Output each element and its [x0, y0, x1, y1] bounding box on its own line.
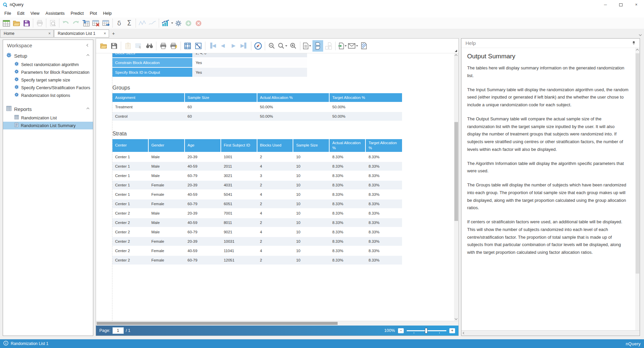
zoom-slider-thumb[interactable] [425, 328, 428, 334]
line-plot-icon[interactable] [137, 18, 147, 28]
scrollbar-thumb[interactable] [97, 322, 338, 325]
vertical-scrollbar[interactable] [454, 53, 458, 321]
sigma-icon[interactable]: Σ [124, 18, 134, 28]
toolbar-expander-icon[interactable] [455, 50, 457, 52]
quick-print-icon[interactable] [168, 40, 179, 52]
undo-icon[interactable] [61, 18, 71, 28]
scroll-down-icon[interactable] [455, 317, 457, 320]
help-paragraphs: The tables here will display summary inf… [467, 64, 629, 256]
close-button[interactable]: × [629, 0, 644, 9]
open-icon[interactable] [11, 18, 21, 28]
last-page-icon[interactable]: ▶▌ [239, 40, 250, 52]
zoom-icon[interactable] [277, 40, 288, 52]
page-number-input[interactable] [112, 327, 124, 334]
clipboard-help-icon[interactable]: ? [122, 40, 133, 52]
table-cell: 2 [257, 218, 294, 227]
chevron-up-icon[interactable] [87, 108, 89, 110]
cancel-icon[interactable] [193, 18, 203, 28]
select-content-icon[interactable] [133, 40, 144, 52]
toolbar-separator [265, 42, 265, 50]
send-email-icon[interactable] [348, 40, 358, 52]
menu-help[interactable]: Help [100, 9, 115, 17]
new-tab-button[interactable]: + [109, 30, 118, 38]
print-icon[interactable] [35, 18, 45, 28]
zoom-out-icon[interactable] [266, 40, 277, 52]
save-icon[interactable] [21, 18, 32, 28]
tab-list-dropdown-icon[interactable] [639, 33, 642, 36]
export-document-icon[interactable] [337, 40, 348, 52]
sidebar-item-2[interactable]: Specify target sample size [3, 76, 93, 84]
multipage-view-icon[interactable] [323, 40, 334, 52]
setup-section-header[interactable]: Setup [3, 51, 93, 61]
table-row: Center 2Female40-59110414108.33%8.33% [112, 246, 402, 255]
sidebar-report-item-0[interactable]: Randomization List [3, 114, 93, 122]
menu-edit[interactable]: Edit [14, 9, 28, 17]
bar-plot-icon[interactable] [160, 18, 170, 28]
zoom-out-button[interactable]: − [398, 328, 404, 333]
page-layout-icon[interactable] [302, 40, 312, 52]
collapse-panel-icon[interactable] [87, 44, 89, 47]
scroll-up-icon[interactable] [636, 49, 639, 52]
table-row: Center 2Female60-79120512108.33%8.33% [112, 256, 402, 265]
print-preview-icon[interactable] [48, 18, 58, 28]
sidebar-item-1[interactable]: Parameters for Block Randomization [3, 68, 93, 76]
minimize-button[interactable]: ─ [598, 0, 613, 9]
delete-table-icon[interactable] [91, 18, 101, 28]
next-page-icon[interactable]: ▶ [228, 40, 239, 52]
sidebar-item-3[interactable]: Specify Centers/Stratification Factors [3, 84, 93, 92]
first-page-icon[interactable]: ▐◀ [207, 40, 217, 52]
export-table-icon[interactable] [101, 18, 111, 28]
tab-close-icon[interactable]: × [48, 31, 51, 36]
area-plot-icon[interactable] [147, 18, 157, 28]
tab-home[interactable]: Home × [0, 30, 54, 38]
sidebar-item-0[interactable]: Select randomization algorithm [3, 61, 93, 68]
maximize-button[interactable] [613, 0, 629, 9]
tab-close-icon[interactable]: × [104, 31, 106, 36]
print-icon[interactable] [158, 40, 168, 52]
settings-gear-icon[interactable] [173, 18, 183, 28]
report-toolbar: ? ▐◀ ◀ ▶ ▶▌ [96, 39, 458, 53]
delta-icon[interactable]: δ [114, 18, 124, 28]
chevron-up-icon[interactable] [87, 54, 89, 57]
new-table-icon[interactable] [1, 18, 11, 28]
open-icon[interactable] [98, 40, 109, 52]
zoom-to-fit-icon[interactable] [193, 40, 204, 52]
table-cell: 8.33% [366, 237, 402, 246]
sidebar-item-4[interactable]: Randomization list options [3, 92, 93, 99]
table-cell: 1001 [221, 153, 257, 161]
help-paragraph: The Output Summary table will compare th… [467, 115, 629, 154]
sidebar-report-item-1[interactable]: Randomization List Summary [3, 122, 93, 129]
tab-randomization-list-1[interactable]: Randomization List 1 × [54, 30, 109, 38]
horizontal-scrollbar[interactable] [96, 321, 458, 326]
compass-navigate-icon[interactable] [253, 40, 263, 52]
watermark-icon[interactable] [358, 40, 369, 52]
paste-table-icon[interactable] [81, 18, 91, 28]
menu-assistants[interactable]: Assistants [43, 9, 68, 17]
menu-plot[interactable]: Plot [87, 9, 100, 17]
zoom-in-button[interactable]: + [449, 328, 455, 333]
scrollbar-thumb[interactable] [636, 53, 639, 274]
menu-file[interactable]: File [1, 9, 14, 17]
table-cell: 20-39 [185, 209, 221, 218]
vertical-scrollbar[interactable] [635, 48, 640, 330]
add-icon[interactable] [183, 18, 193, 28]
continuous-view-icon[interactable] [312, 40, 323, 52]
info-icon [3, 341, 8, 347]
scroll-up-icon[interactable] [455, 54, 457, 57]
scroll-left-icon[interactable] [463, 332, 465, 334]
help-footer-scrollbar[interactable] [461, 330, 640, 336]
redo-icon[interactable] [71, 18, 81, 28]
menu-view[interactable]: View [28, 9, 43, 17]
page-margins-icon[interactable] [182, 40, 193, 52]
save-icon[interactable] [109, 40, 119, 52]
previous-page-icon[interactable]: ◀ [217, 40, 228, 52]
zoom-slider[interactable] [407, 330, 446, 331]
menu-predict[interactable]: Predict [68, 9, 87, 17]
table-cell: 4 [257, 209, 294, 218]
summary-value: 2, 4, 6 [192, 53, 307, 57]
reports-section-header[interactable]: Reports [3, 104, 93, 114]
find-binoculars-icon[interactable] [144, 40, 155, 52]
pin-icon[interactable] [632, 40, 636, 46]
zoom-in-icon[interactable] [288, 40, 299, 52]
scrollbar-thumb[interactable] [454, 122, 458, 221]
